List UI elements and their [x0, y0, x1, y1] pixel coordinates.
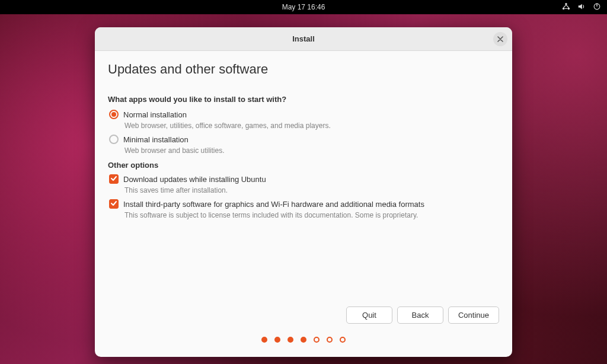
continue-button[interactable]: Continue	[448, 306, 499, 324]
clock[interactable]: May 17 16:46	[282, 3, 325, 11]
checkbox-input-updates[interactable]	[109, 174, 119, 184]
progress-dot-1	[261, 337, 267, 343]
apps-question: What apps would you like to install to s…	[108, 95, 499, 104]
close-icon	[497, 35, 503, 44]
quit-button[interactable]: Quit	[346, 306, 392, 324]
other-options-heading: Other options	[108, 161, 499, 170]
progress-dot-7	[340, 337, 346, 343]
progress-dot-6	[327, 337, 333, 343]
window-title: Install	[292, 34, 315, 43]
check-icon	[110, 174, 117, 184]
close-button[interactable]	[493, 32, 507, 46]
volume-icon[interactable]	[577, 2, 586, 12]
power-icon[interactable]	[593, 2, 601, 12]
button-bar: Quit Back Continue	[95, 303, 512, 330]
top-bar-indicators	[562, 2, 601, 12]
progress-dot-3	[287, 337, 293, 343]
checkbox-label-updates: Download updates while installing Ubuntu	[123, 175, 266, 184]
radio-minimal-installation[interactable]: Minimal installation	[109, 135, 499, 144]
svg-point-2	[568, 7, 570, 9]
radio-input-normal[interactable]	[109, 110, 119, 119]
progress-dot-4	[301, 337, 306, 343]
checkbox-label-thirdparty: Install third-party software for graphic…	[123, 200, 424, 209]
svg-point-1	[563, 7, 565, 9]
checkbox-third-party[interactable]: Install third-party software for graphic…	[109, 199, 499, 209]
radio-label-minimal: Minimal installation	[123, 135, 189, 144]
radio-desc-minimal: Web browser and basic utilities.	[124, 146, 499, 155]
checkbox-desc-updates: This saves time after installation.	[124, 186, 499, 194]
desktop-wallpaper: May 17 16:46 Install Updates and other s…	[0, 0, 607, 364]
check-icon	[110, 199, 117, 209]
progress-dot-5	[314, 337, 320, 343]
top-bar: May 17 16:46	[0, 0, 607, 14]
back-button[interactable]: Back	[397, 306, 443, 324]
installer-content: Updates and other software What apps wou…	[95, 51, 512, 303]
progress-dots	[95, 330, 512, 357]
radio-normal-installation[interactable]: Normal installation	[109, 110, 499, 119]
checkbox-desc-thirdparty: This software is subject to license term…	[124, 211, 499, 219]
window-titlebar[interactable]: Install	[95, 27, 512, 51]
radio-label-normal: Normal installation	[123, 110, 187, 119]
checkbox-download-updates[interactable]: Download updates while installing Ubuntu	[109, 174, 499, 184]
radio-desc-normal: Web browser, utilities, office software,…	[124, 122, 499, 130]
checkbox-input-thirdparty[interactable]	[109, 199, 119, 209]
network-icon[interactable]	[562, 2, 570, 12]
page-title: Updates and other software	[108, 62, 499, 77]
progress-dot-2	[274, 337, 280, 343]
installer-window: Install Updates and other software What …	[95, 27, 512, 357]
svg-point-0	[565, 2, 567, 5]
radio-input-minimal[interactable]	[109, 135, 119, 144]
